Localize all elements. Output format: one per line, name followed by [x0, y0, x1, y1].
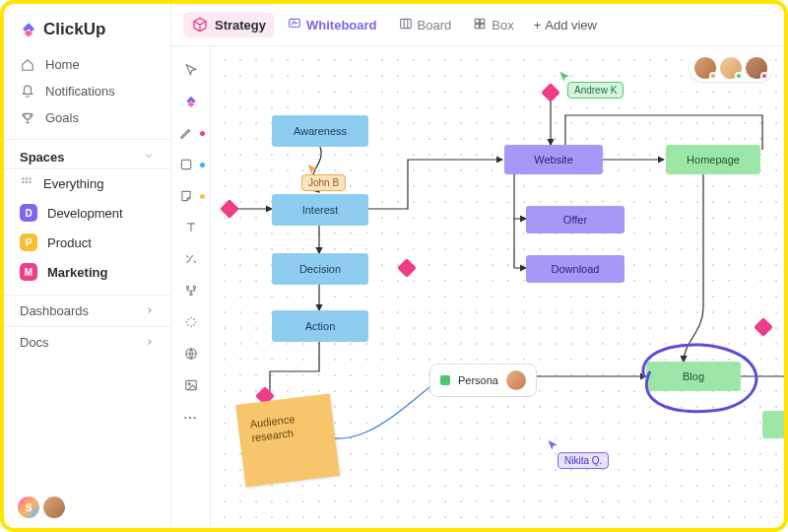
tool-embed[interactable] [181, 312, 201, 332]
svg-point-15 [189, 293, 191, 295]
connector-handle[interactable] [754, 317, 773, 337]
presence-avatars[interactable] [690, 54, 772, 82]
tool-text[interactable] [181, 218, 201, 237]
presence-dot [760, 72, 768, 80]
main-area: Strategy Whiteboard Board Box + Add view [171, 4, 784, 528]
space-label: Product [47, 235, 92, 250]
nav-goals[interactable]: Goals [4, 104, 170, 131]
color-dot [200, 163, 205, 167]
whiteboard-canvas[interactable]: Awareness Interest Decision Action Websi… [211, 46, 784, 528]
avatar[interactable] [694, 57, 716, 79]
nav-label: Notifications [45, 84, 115, 99]
home-icon [20, 58, 35, 72]
space-badge: P [20, 233, 37, 251]
node-awareness[interactable]: Awareness [272, 115, 368, 147]
collab-chip-nikita: Nikita Q. [558, 452, 609, 469]
breadcrumb-label: Strategy [215, 18, 266, 33]
sticky-note[interactable]: Audience research [235, 393, 340, 487]
avatar[interactable] [43, 497, 65, 518]
chevron-right-icon [145, 303, 155, 318]
view-label: Box [492, 18, 513, 33]
brand-logo: ClickUp [4, 12, 170, 51]
view-label: Whiteboard [306, 18, 377, 33]
cube-icon [191, 16, 209, 33]
space-label: Development [47, 206, 123, 221]
grid-icon [20, 175, 33, 192]
node-interest[interactable]: Interest [272, 194, 368, 226]
svg-point-2 [29, 177, 31, 179]
bell-icon [20, 85, 35, 99]
svg-rect-8 [476, 19, 480, 23]
tool-relations[interactable] [181, 281, 201, 300]
node-decision[interactable]: Decision [272, 253, 368, 285]
tool-select[interactable] [181, 60, 201, 80]
svg-rect-9 [481, 19, 485, 23]
brand-name: ClickUp [43, 20, 105, 39]
connector-handle[interactable] [220, 199, 239, 219]
breadcrumb[interactable]: Strategy [183, 12, 274, 37]
presence-dot [709, 72, 717, 80]
tool-more[interactable]: ··· [181, 407, 201, 427]
svg-point-1 [26, 177, 28, 179]
tool-sticky[interactable] [176, 186, 196, 206]
sidebar-footer-avatars: S [18, 497, 65, 518]
view-label: Board [418, 18, 452, 33]
node-offer[interactable]: Offer [526, 206, 624, 233]
nav-label: Home [45, 57, 80, 72]
avatar[interactable] [720, 57, 742, 79]
svg-point-18 [188, 383, 190, 385]
tool-connector[interactable] [181, 249, 201, 269]
tool-image[interactable] [181, 375, 201, 395]
space-badge: D [20, 204, 37, 222]
space-label: Everything [43, 176, 103, 191]
view-box[interactable]: Box [465, 13, 521, 37]
connector-handle[interactable] [397, 258, 417, 278]
svg-point-3 [22, 181, 24, 183]
svg-rect-6 [290, 19, 300, 27]
svg-rect-11 [481, 24, 485, 28]
nav-home[interactable]: Home [4, 51, 170, 78]
space-marketing[interactable]: M Marketing [4, 257, 170, 287]
clickup-logo-icon [20, 21, 37, 38]
space-product[interactable]: P Product [4, 228, 170, 257]
chevron-right-icon [145, 335, 155, 350]
sidebar: ClickUp Home Notifications Goals Spaces … [4, 4, 171, 528]
svg-point-13 [186, 286, 188, 288]
sidebar-section-spaces[interactable]: Spaces [4, 139, 170, 169]
tool-pen[interactable] [176, 123, 196, 143]
section-title: Spaces [20, 150, 65, 165]
svg-rect-10 [476, 24, 480, 28]
add-view-button[interactable]: + Add view [528, 14, 603, 36]
node-download[interactable]: Download [526, 255, 624, 283]
cursor-icon [546, 438, 559, 455]
avatar[interactable]: S [18, 497, 39, 518]
persona-label: Persona [458, 374, 498, 386]
node-website[interactable]: Website [504, 145, 603, 174]
avatar[interactable] [746, 57, 767, 79]
space-everything[interactable]: Everything [4, 169, 170, 198]
svg-point-4 [26, 181, 28, 183]
tool-shape[interactable] [176, 155, 196, 174]
tool-web[interactable] [181, 344, 201, 364]
status-square-icon [440, 375, 450, 385]
presence-dot [735, 72, 743, 80]
node-homepage[interactable]: Homepage [666, 145, 760, 174]
whiteboard-toolbox: ··· [171, 46, 211, 528]
space-badge: M [20, 263, 37, 281]
color-dot [200, 194, 205, 199]
row-label: Dashboards [20, 303, 89, 318]
space-development[interactable]: D Development [4, 198, 170, 228]
collab-chip-andrew: Andrew K [567, 82, 624, 99]
nav-docs[interactable]: Docs [4, 326, 170, 358]
node-persona[interactable]: Persona [429, 364, 537, 397]
collab-chip-john: John B [301, 174, 346, 191]
trophy-icon [20, 111, 35, 125]
tool-clickup[interactable] [181, 92, 201, 111]
color-dot [200, 131, 205, 136]
nav-notifications[interactable]: Notifications [4, 78, 170, 104]
node-action[interactable]: Action [272, 310, 368, 342]
svg-rect-12 [181, 160, 190, 168]
view-board[interactable]: Board [391, 13, 460, 37]
nav-dashboards[interactable]: Dashboards [4, 295, 170, 326]
view-whiteboard[interactable]: Whiteboard [280, 13, 385, 37]
